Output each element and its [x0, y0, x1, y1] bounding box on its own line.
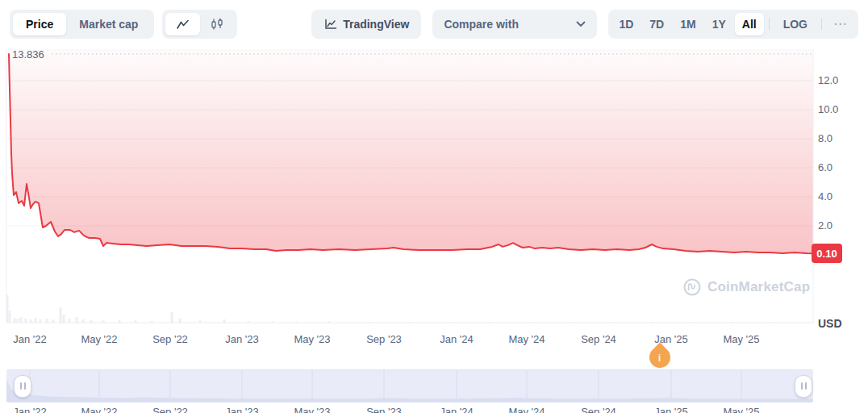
- y-axis-label: 4.0: [818, 190, 833, 202]
- drag-grip-icon: [24, 382, 26, 390]
- minimap-axis-label: Sep '22: [152, 406, 188, 413]
- timeline-scrubber[interactable]: [6, 369, 813, 403]
- minimap-axis-label: Jan '23: [225, 406, 259, 413]
- all-time-high-label: 13.836: [12, 48, 44, 60]
- watermark: CoinMarketCap: [682, 277, 810, 297]
- current-price-badge: 0.10: [812, 244, 842, 263]
- minimap-axis: Jan '22May '22Sep '22Jan '23May '23Sep '…: [0, 406, 868, 413]
- x-axis-label: May '25: [723, 333, 759, 345]
- minimap-axis-label: May '25: [723, 406, 759, 413]
- drag-grip-icon: [801, 382, 803, 390]
- volume-bars: [6, 295, 774, 323]
- price-chart[interactable]: [0, 0, 868, 369]
- x-axis: Jan '22May '22Sep '22Jan '23May '23Sep '…: [0, 333, 868, 346]
- minimap-chart: [6, 370, 813, 402]
- minimap-axis-label: Jan '25: [654, 406, 688, 413]
- currency-unit-label: USD: [818, 317, 842, 330]
- y-axis-label: 8.0: [818, 132, 833, 144]
- drag-grip-icon: [805, 382, 807, 390]
- x-axis-label: Jan '22: [13, 333, 47, 345]
- watermark-label: CoinMarketCap: [707, 279, 810, 295]
- minimap-axis-label: May '22: [81, 406, 117, 413]
- x-axis-label: Jan '24: [440, 333, 474, 345]
- drag-grip-icon: [20, 382, 22, 390]
- price-area-fill: [9, 50, 813, 253]
- y-axis-label: 12.0: [818, 74, 838, 86]
- minimap-axis-label: May '24: [508, 406, 545, 413]
- minimap-axis-label: Jan '24: [440, 406, 474, 413]
- x-axis-label: Sep '24: [581, 333, 616, 345]
- minimap-axis-label: Sep '23: [366, 406, 402, 413]
- x-axis-label: Sep '22: [152, 333, 188, 345]
- x-axis-label: May '22: [81, 333, 117, 345]
- price-chart-panel: Price Market cap: [0, 0, 868, 413]
- y-axis-label: 10.0: [818, 103, 838, 115]
- minimap-axis-label: Jan '22: [13, 406, 47, 413]
- x-axis-label: Jan '23: [225, 333, 259, 345]
- info-droplet-icon: i: [658, 352, 661, 364]
- x-axis-label: May '23: [294, 333, 330, 345]
- y-axis-label: 6.0: [818, 161, 833, 173]
- scrubber-right-handle[interactable]: [795, 375, 812, 398]
- minimap-axis-label: May '23: [294, 406, 330, 413]
- minimap-axis-label: Sep '24: [581, 406, 616, 413]
- coinmarketcap-logo-icon: [682, 277, 702, 297]
- scrubber-left-handle[interactable]: [14, 375, 31, 398]
- x-axis-label: May '24: [508, 333, 545, 345]
- y-axis-label: 2.0: [818, 219, 833, 232]
- x-axis-label: Sep '23: [366, 333, 402, 345]
